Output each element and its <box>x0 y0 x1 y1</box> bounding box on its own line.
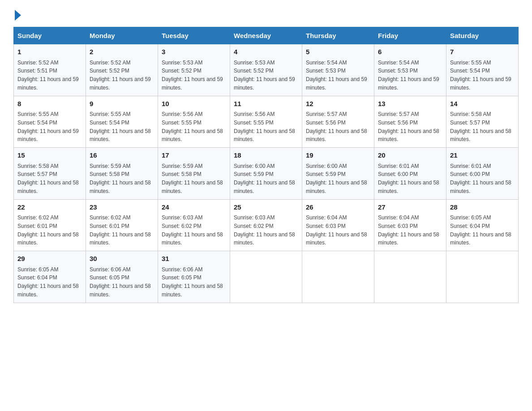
calendar-day-cell: 8 Sunrise: 5:55 AMSunset: 5:54 PMDayligh… <box>14 96 86 148</box>
calendar-day-cell: 20 Sunrise: 6:01 AMSunset: 6:00 PMDaylig… <box>374 148 446 200</box>
day-number: 11 <box>234 99 298 109</box>
day-number: 20 <box>378 150 442 161</box>
calendar-day-cell: 31 Sunrise: 6:06 AMSunset: 6:05 PMDaylig… <box>158 251 230 303</box>
calendar-day-cell <box>374 251 446 303</box>
calendar-day-cell <box>446 251 519 303</box>
calendar-week-row: 15 Sunrise: 5:58 AMSunset: 5:57 PMDaylig… <box>14 148 519 200</box>
calendar-day-cell: 10 Sunrise: 5:56 AMSunset: 5:55 PMDaylig… <box>158 96 230 148</box>
calendar-day-cell: 25 Sunrise: 6:03 AMSunset: 6:02 PMDaylig… <box>230 199 302 251</box>
day-info: Sunrise: 5:52 AMSunset: 5:52 PMDaylight:… <box>90 60 151 91</box>
day-number: 3 <box>162 47 226 57</box>
calendar-day-cell: 9 Sunrise: 5:55 AMSunset: 5:54 PMDayligh… <box>86 96 158 148</box>
day-number: 19 <box>306 150 370 161</box>
day-info: Sunrise: 6:03 AMSunset: 6:02 PMDaylight:… <box>162 214 223 246</box>
day-info: Sunrise: 5:56 AMSunset: 5:55 PMDaylight:… <box>234 111 295 142</box>
calendar-day-cell: 24 Sunrise: 6:03 AMSunset: 6:02 PMDaylig… <box>158 199 230 251</box>
calendar-day-cell: 3 Sunrise: 5:53 AMSunset: 5:52 PMDayligh… <box>158 44 230 96</box>
calendar-day-cell: 23 Sunrise: 6:02 AMSunset: 6:01 PMDaylig… <box>86 199 158 251</box>
day-info: Sunrise: 6:01 AMSunset: 6:00 PMDaylight:… <box>378 163 439 194</box>
day-number: 9 <box>90 99 154 109</box>
day-number: 29 <box>17 254 82 264</box>
day-info: Sunrise: 6:02 AMSunset: 6:01 PMDaylight:… <box>17 214 79 246</box>
day-number: 8 <box>17 99 82 109</box>
logo <box>13 9 21 19</box>
day-info: Sunrise: 5:54 AMSunset: 5:53 PMDaylight:… <box>378 60 439 91</box>
day-number: 14 <box>450 99 515 109</box>
calendar-day-cell: 1 Sunrise: 5:52 AMSunset: 5:51 PMDayligh… <box>14 44 86 96</box>
day-number: 17 <box>162 150 226 161</box>
day-number: 26 <box>306 202 370 213</box>
header-saturday: Saturday <box>446 27 519 44</box>
day-number: 10 <box>162 99 226 109</box>
day-info: Sunrise: 5:56 AMSunset: 5:55 PMDaylight:… <box>162 111 223 142</box>
day-info: Sunrise: 6:01 AMSunset: 6:00 PMDaylight:… <box>450 163 511 194</box>
day-number: 28 <box>450 202 515 213</box>
day-number: 7 <box>450 47 515 57</box>
calendar-day-cell: 29 Sunrise: 6:05 AMSunset: 6:04 PMDaylig… <box>14 251 86 303</box>
calendar-day-cell: 19 Sunrise: 6:00 AMSunset: 5:59 PMDaylig… <box>302 148 374 200</box>
day-info: Sunrise: 5:59 AMSunset: 5:58 PMDaylight:… <box>90 163 151 194</box>
day-info: Sunrise: 6:05 AMSunset: 6:04 PMDaylight:… <box>17 266 79 298</box>
day-number: 5 <box>306 47 370 57</box>
calendar-day-cell: 6 Sunrise: 5:54 AMSunset: 5:53 PMDayligh… <box>374 44 446 96</box>
calendar-day-cell: 7 Sunrise: 5:55 AMSunset: 5:54 PMDayligh… <box>446 44 519 96</box>
header-wednesday: Wednesday <box>230 27 302 44</box>
day-number: 24 <box>162 202 226 213</box>
calendar-table: SundayMondayTuesdayWednesdayThursdayFrid… <box>13 27 519 303</box>
day-info: Sunrise: 5:55 AMSunset: 5:54 PMDaylight:… <box>90 111 151 142</box>
day-number: 23 <box>90 202 154 213</box>
day-number: 22 <box>17 202 82 213</box>
calendar-day-cell: 26 Sunrise: 6:04 AMSunset: 6:03 PMDaylig… <box>302 199 374 251</box>
calendar-day-cell: 14 Sunrise: 5:58 AMSunset: 5:57 PMDaylig… <box>446 96 519 148</box>
day-info: Sunrise: 6:00 AMSunset: 5:59 PMDaylight:… <box>234 163 295 194</box>
day-info: Sunrise: 6:04 AMSunset: 6:03 PMDaylight:… <box>378 214 439 246</box>
day-info: Sunrise: 6:03 AMSunset: 6:02 PMDaylight:… <box>234 214 295 246</box>
calendar-day-cell: 22 Sunrise: 6:02 AMSunset: 6:01 PMDaylig… <box>14 199 86 251</box>
day-number: 30 <box>90 254 154 264</box>
day-info: Sunrise: 5:55 AMSunset: 5:54 PMDaylight:… <box>450 60 511 91</box>
calendar-day-cell: 28 Sunrise: 6:05 AMSunset: 6:04 PMDaylig… <box>446 199 519 251</box>
day-info: Sunrise: 6:04 AMSunset: 6:03 PMDaylight:… <box>306 214 367 246</box>
day-number: 15 <box>17 150 82 161</box>
day-number: 27 <box>378 202 442 213</box>
day-info: Sunrise: 5:53 AMSunset: 5:52 PMDaylight:… <box>162 60 223 91</box>
calendar-day-cell: 13 Sunrise: 5:57 AMSunset: 5:56 PMDaylig… <box>374 96 446 148</box>
calendar-week-row: 29 Sunrise: 6:05 AMSunset: 6:04 PMDaylig… <box>14 251 519 303</box>
header-sunday: Sunday <box>14 27 86 44</box>
calendar-day-cell: 4 Sunrise: 5:53 AMSunset: 5:52 PMDayligh… <box>230 44 302 96</box>
calendar-day-cell: 16 Sunrise: 5:59 AMSunset: 5:58 PMDaylig… <box>86 148 158 200</box>
calendar-day-cell: 15 Sunrise: 5:58 AMSunset: 5:57 PMDaylig… <box>14 148 86 200</box>
day-info: Sunrise: 5:53 AMSunset: 5:52 PMDaylight:… <box>234 60 295 91</box>
header-monday: Monday <box>86 27 158 44</box>
page-header <box>13 9 519 19</box>
day-number: 2 <box>90 47 154 57</box>
day-number: 25 <box>234 202 298 213</box>
calendar-day-cell: 17 Sunrise: 5:59 AMSunset: 5:58 PMDaylig… <box>158 148 230 200</box>
calendar-day-cell: 27 Sunrise: 6:04 AMSunset: 6:03 PMDaylig… <box>374 199 446 251</box>
day-number: 16 <box>90 150 154 161</box>
header-thursday: Thursday <box>302 27 374 44</box>
calendar-header-row: SundayMondayTuesdayWednesdayThursdayFrid… <box>14 27 519 44</box>
day-info: Sunrise: 5:57 AMSunset: 5:56 PMDaylight:… <box>306 111 367 142</box>
day-number: 12 <box>306 99 370 109</box>
day-number: 21 <box>450 150 515 161</box>
day-info: Sunrise: 6:05 AMSunset: 6:04 PMDaylight:… <box>450 214 511 246</box>
day-info: Sunrise: 5:54 AMSunset: 5:53 PMDaylight:… <box>306 60 367 91</box>
day-info: Sunrise: 5:57 AMSunset: 5:56 PMDaylight:… <box>378 111 439 142</box>
day-info: Sunrise: 6:06 AMSunset: 6:05 PMDaylight:… <box>90 266 151 298</box>
calendar-week-row: 1 Sunrise: 5:52 AMSunset: 5:51 PMDayligh… <box>14 44 519 96</box>
day-number: 13 <box>378 99 442 109</box>
day-info: Sunrise: 6:00 AMSunset: 5:59 PMDaylight:… <box>306 163 367 194</box>
day-info: Sunrise: 6:06 AMSunset: 6:05 PMDaylight:… <box>162 266 223 298</box>
day-number: 4 <box>234 47 298 57</box>
logo-arrow-icon <box>15 10 21 21</box>
day-info: Sunrise: 5:55 AMSunset: 5:54 PMDaylight:… <box>17 111 79 142</box>
calendar-week-row: 22 Sunrise: 6:02 AMSunset: 6:01 PMDaylig… <box>14 199 519 251</box>
day-number: 1 <box>17 47 82 57</box>
calendar-day-cell: 5 Sunrise: 5:54 AMSunset: 5:53 PMDayligh… <box>302 44 374 96</box>
header-tuesday: Tuesday <box>158 27 230 44</box>
calendar-day-cell: 2 Sunrise: 5:52 AMSunset: 5:52 PMDayligh… <box>86 44 158 96</box>
day-number: 18 <box>234 150 298 161</box>
calendar-day-cell <box>302 251 374 303</box>
calendar-day-cell: 11 Sunrise: 5:56 AMSunset: 5:55 PMDaylig… <box>230 96 302 148</box>
